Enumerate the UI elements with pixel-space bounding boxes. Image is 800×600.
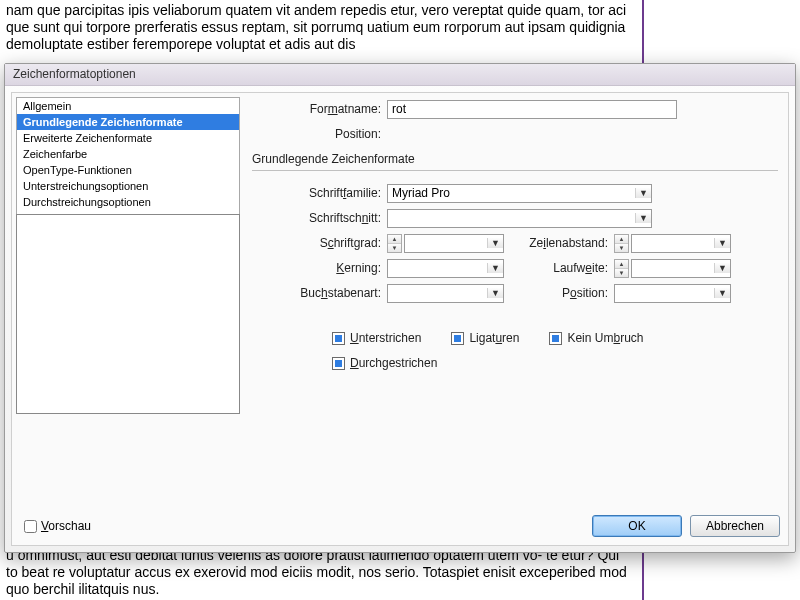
chevron-down-icon: ▼ bbox=[714, 238, 730, 248]
label-formatname: Formatname: bbox=[252, 102, 387, 116]
cancel-button[interactable]: Abbrechen bbox=[690, 515, 780, 537]
preview-checkbox[interactable]: Vorschau bbox=[20, 517, 91, 536]
formatname-input[interactable] bbox=[387, 100, 677, 119]
preview-label: Vorschau bbox=[41, 519, 91, 533]
label-font-size: Schriftgrad: bbox=[252, 236, 387, 250]
leading-spinner[interactable]: ▲▼ bbox=[614, 234, 629, 253]
strikethrough-label: Durchgestrichen bbox=[350, 356, 437, 370]
position-combo[interactable]: ▼ bbox=[614, 284, 731, 303]
label-kerning: Kerning: bbox=[252, 261, 387, 275]
category-item-advanced-character-formats[interactable]: Erweiterte Zeichenformate bbox=[17, 130, 239, 146]
chevron-down-icon: ▼ bbox=[487, 238, 503, 248]
font-family-value: Myriad Pro bbox=[388, 186, 635, 200]
tracking-spinner[interactable]: ▲▼ bbox=[614, 259, 629, 278]
ok-button[interactable]: OK bbox=[592, 515, 682, 537]
chevron-down-icon: ▼ bbox=[714, 263, 730, 273]
dialog-title: Zeichenformatoptionen bbox=[5, 64, 795, 86]
category-item-general[interactable]: Allgemein bbox=[17, 98, 239, 114]
strikethrough-checkbox[interactable]: Durchgestrichen bbox=[332, 356, 437, 370]
section-title-basic-formats: Grundlegende Zeichenformate bbox=[252, 152, 778, 166]
ligatures-checkbox[interactable]: Ligaturen bbox=[451, 331, 519, 345]
tracking-combo[interactable]: ▼ bbox=[631, 259, 731, 278]
label-leading: Zeilenabstand: bbox=[504, 236, 614, 250]
background-document-text-bottom: u omnimust, aut esti debitat iuntis vele… bbox=[0, 547, 640, 600]
font-size-combo[interactable]: ▼ bbox=[404, 234, 504, 253]
character-style-options-dialog: Zeichenformatoptionen Allgemein Grundleg… bbox=[4, 63, 796, 553]
kerning-combo[interactable]: ▼ bbox=[387, 259, 504, 278]
dialog-footer: Vorschau OK Abbrechen bbox=[20, 515, 780, 537]
font-size-spinner[interactable]: ▲▼ bbox=[387, 234, 402, 253]
ligatures-label: Ligaturen bbox=[469, 331, 519, 345]
preview-area bbox=[16, 214, 240, 414]
form-panel: Formatname: Position: Grundlegende Zeich… bbox=[252, 97, 778, 505]
underline-label: Unterstrichen bbox=[350, 331, 421, 345]
category-item-underline-options[interactable]: Unterstreichungsoptionen bbox=[17, 178, 239, 194]
category-list[interactable]: Allgemein Grundlegende Zeichenformate Er… bbox=[16, 97, 240, 227]
section-separator bbox=[252, 170, 778, 171]
background-document-text-top: nam que parcipitas ipis veliaborum quate… bbox=[0, 0, 640, 55]
label-position: Position: bbox=[504, 286, 614, 300]
label-font-style: Schriftschnitt: bbox=[252, 211, 387, 225]
category-item-opentype[interactable]: OpenType-Funktionen bbox=[17, 162, 239, 178]
chevron-down-icon: ▼ bbox=[635, 213, 651, 223]
label-font-family: Schriftfamilie: bbox=[252, 186, 387, 200]
preview-checkbox-input[interactable] bbox=[24, 520, 37, 533]
no-break-checkbox[interactable]: Kein Umbruch bbox=[549, 331, 643, 345]
dialog-body: Allgemein Grundlegende Zeichenformate Er… bbox=[11, 92, 789, 546]
label-position-top: Position: bbox=[252, 127, 387, 141]
no-break-label: Kein Umbruch bbox=[567, 331, 643, 345]
category-item-strikethrough-options[interactable]: Durchstreichungsoptionen bbox=[17, 194, 239, 210]
chevron-down-icon: ▼ bbox=[714, 288, 730, 298]
category-item-character-color[interactable]: Zeichenfarbe bbox=[17, 146, 239, 162]
font-family-combo[interactable]: Myriad Pro ▼ bbox=[387, 184, 652, 203]
leading-combo[interactable]: ▼ bbox=[631, 234, 731, 253]
chevron-down-icon: ▼ bbox=[487, 263, 503, 273]
chevron-down-icon: ▼ bbox=[635, 188, 651, 198]
underline-checkbox[interactable]: Unterstrichen bbox=[332, 331, 421, 345]
label-tracking: Laufweite: bbox=[504, 261, 614, 275]
category-item-basic-character-formats[interactable]: Grundlegende Zeichenformate bbox=[17, 114, 239, 130]
chevron-down-icon: ▼ bbox=[487, 288, 503, 298]
font-style-combo[interactable]: ▼ bbox=[387, 209, 652, 228]
case-combo[interactable]: ▼ bbox=[387, 284, 504, 303]
label-case: Buchstabenart: bbox=[252, 286, 387, 300]
